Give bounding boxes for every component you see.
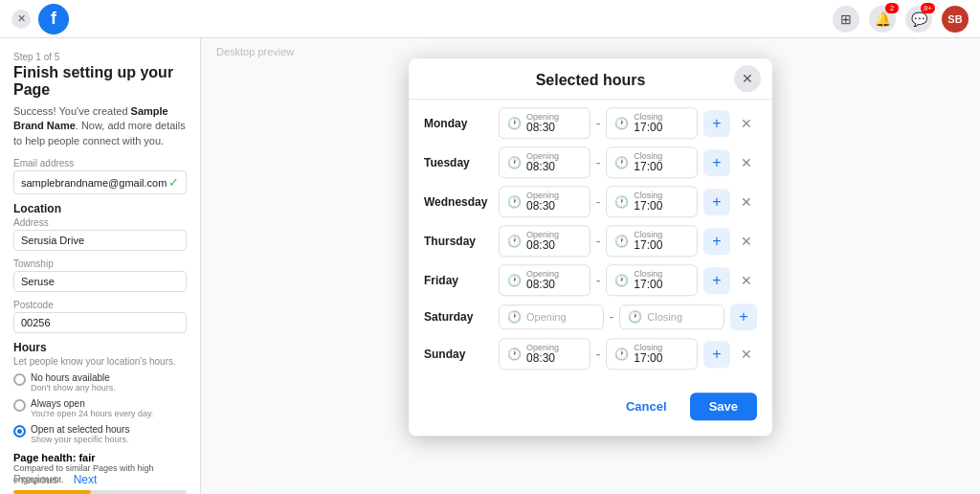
clock-icon: 🕐: [614, 235, 629, 248]
sunday-row: Sunday 🕐 Opening 08:30 - 🕐 Closing 17:00: [424, 338, 757, 370]
dash: -: [596, 155, 601, 170]
radio-selected-hours[interactable]: Open at selected hours Show your specifi…: [13, 424, 187, 444]
monday-remove-button[interactable]: ✕: [736, 113, 757, 134]
thursday-label: Thursday: [424, 235, 493, 248]
email-field: samplebrandname@gmail.com ✓: [13, 170, 187, 194]
radio-always-open[interactable]: Always open You're open 24 hours every d…: [13, 398, 187, 418]
notification-badge-2: 8+: [921, 3, 935, 13]
postcode-label: Postcode: [13, 300, 187, 310]
tuesday-closing-field[interactable]: 🕐 Closing 17:00: [606, 146, 698, 178]
thursday-row: Thursday 🕐 Opening 08:30 - 🕐 Closing 17:…: [424, 225, 757, 257]
wednesday-opening-field[interactable]: 🕐 Opening 08:30: [499, 186, 590, 217]
sunday-remove-button[interactable]: ✕: [736, 344, 757, 365]
clock-icon: 🕐: [614, 274, 629, 287]
monday-add-button[interactable]: +: [703, 110, 730, 137]
clock-icon: 🕐: [507, 117, 522, 130]
friday-label: Friday: [424, 274, 493, 287]
dash: -: [610, 309, 614, 325]
close-tab-button[interactable]: ✕: [11, 10, 31, 29]
radio-always-circle[interactable]: [13, 399, 26, 412]
grid-icon[interactable]: ⊞: [833, 6, 859, 33]
friday-remove-button[interactable]: ✕: [736, 270, 757, 291]
email-verified-icon: ✓: [168, 175, 179, 190]
clock-icon: 🕐: [507, 274, 522, 287]
tuesday-add-button[interactable]: +: [703, 149, 730, 176]
tuesday-row: Tuesday 🕐 Opening 08:30 - 🕐 Closing 17:0…: [424, 146, 757, 178]
avatar[interactable]: SB: [942, 6, 969, 33]
cancel-button[interactable]: Cancel: [611, 393, 682, 420]
township-label: Township: [13, 258, 187, 269]
dash: -: [596, 273, 601, 288]
dash: -: [596, 194, 601, 210]
sunday-label: Sunday: [424, 348, 493, 361]
clock-icon: 🕐: [507, 235, 522, 248]
save-button[interactable]: Save: [690, 393, 757, 420]
hours-body: Monday 🕐 Opening 08:30 - 🕐 Closing 17:00: [409, 100, 772, 385]
saturday-opening-field[interactable]: 🕐 Opening: [499, 304, 604, 329]
sunday-closing-field[interactable]: 🕐 Closing 17:00: [606, 338, 698, 370]
step-label: Step 1 of 5: [13, 52, 187, 62]
clock-icon: 🕐: [507, 310, 522, 324]
sunday-opening-field[interactable]: 🕐 Opening 08:30: [499, 338, 590, 370]
monday-opening-field[interactable]: 🕐 Opening 08:30: [499, 107, 590, 139]
friday-row: Friday 🕐 Opening 08:30 - 🕐 Closing 17:00: [424, 264, 757, 296]
wednesday-remove-button[interactable]: ✕: [736, 191, 757, 213]
clock-icon: 🕐: [614, 195, 629, 209]
wednesday-label: Wednesday: [424, 195, 493, 209]
thursday-add-button[interactable]: +: [703, 228, 730, 255]
panel-title: Finish setting up your Page: [13, 64, 187, 99]
messages-icon[interactable]: 💬 8+: [905, 6, 932, 33]
health-bar-fill: [13, 490, 91, 494]
topbar: ✕ f ⊞ 🔔 2 💬 8+ SB: [0, 0, 980, 38]
topbar-right: ⊞ 🔔 2 💬 8+ SB: [833, 6, 969, 33]
clock-icon: 🕐: [507, 156, 522, 169]
township-field: Seruse: [13, 271, 187, 292]
friday-add-button[interactable]: +: [703, 267, 730, 294]
dialog-title: Selected hours: [536, 72, 646, 89]
location-section-title: Location: [13, 202, 187, 215]
tuesday-label: Tuesday: [424, 156, 493, 169]
clock-icon: 🕐: [614, 348, 629, 361]
tuesday-opening-field[interactable]: 🕐 Opening 08:30: [499, 146, 590, 178]
radio-no-hours[interactable]: No hours available Don't show any hours.: [13, 372, 187, 393]
left-panel: Step 1 of 5 Finish setting up your Page …: [0, 38, 201, 494]
clock-icon: 🕐: [507, 195, 522, 209]
address-field: Serusia Drive: [13, 230, 187, 251]
notification-badge-1: 2: [885, 3, 899, 13]
previous-button[interactable]: Previous: [13, 473, 58, 486]
friday-closing-field[interactable]: 🕐 Closing 17:00: [606, 264, 698, 296]
notifications-icon[interactable]: 🔔 2: [869, 6, 896, 33]
selected-hours-dialog: Selected hours ✕ Monday 🕐 Opening 08:30 …: [409, 58, 772, 436]
thursday-remove-button[interactable]: ✕: [736, 231, 757, 252]
dash: -: [596, 116, 601, 131]
radio-no-hours-circle[interactable]: [13, 373, 26, 386]
dialog-close-button[interactable]: ✕: [734, 65, 761, 92]
main-area: Desktop preview Selected hours ✕ Monday …: [201, 38, 980, 494]
topbar-left: ✕ f: [11, 4, 69, 34]
sunday-add-button[interactable]: +: [703, 341, 730, 368]
saturday-closing-field[interactable]: 🕐 Closing: [619, 304, 724, 329]
wednesday-closing-field[interactable]: 🕐 Closing 17:00: [606, 186, 698, 217]
monday-closing-field[interactable]: 🕐 Closing 17:00: [606, 107, 698, 139]
dialog-footer: Cancel Save: [409, 385, 772, 420]
next-button[interactable]: Next: [74, 473, 98, 486]
dash: -: [596, 234, 601, 249]
radio-selected-circle[interactable]: [13, 425, 26, 438]
facebook-icon: f: [38, 4, 69, 34]
monday-row: Monday 🕐 Opening 08:30 - 🕐 Closing 17:00: [424, 107, 757, 139]
hours-section-title: Hours: [13, 341, 187, 354]
friday-opening-field[interactable]: 🕐 Opening 08:30: [499, 264, 590, 296]
saturday-row: Saturday 🕐 Opening - 🕐 Closing +: [424, 303, 757, 330]
clock-icon: 🕐: [507, 348, 522, 361]
dash: -: [596, 347, 601, 362]
address-label: Address: [13, 217, 187, 228]
wednesday-row: Wednesday 🕐 Opening 08:30 - 🕐 Closing 17…: [424, 186, 757, 217]
saturday-label: Saturday: [424, 310, 493, 324]
dialog-header: Selected hours ✕: [409, 58, 772, 100]
saturday-add-button[interactable]: +: [730, 303, 757, 330]
tuesday-remove-button[interactable]: ✕: [736, 152, 757, 173]
wednesday-add-button[interactable]: +: [703, 189, 730, 215]
thursday-closing-field[interactable]: 🕐 Closing 17:00: [606, 225, 698, 257]
thursday-opening-field[interactable]: 🕐 Opening 08:30: [499, 225, 590, 257]
clock-icon: 🕐: [614, 156, 629, 169]
